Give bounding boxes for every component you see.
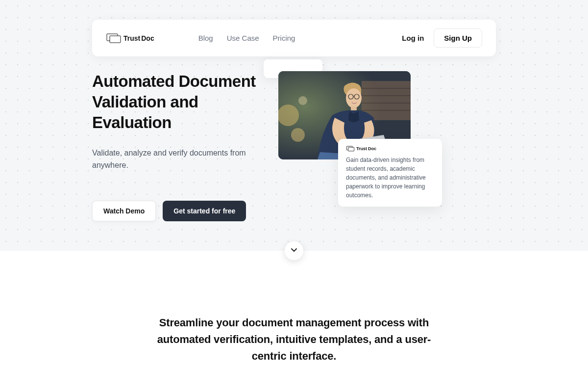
insight-card: Trust Doc Gain data-driven insights from…: [338, 139, 442, 207]
scroll-down-button[interactable]: [285, 241, 303, 260]
svg-point-4: [291, 128, 305, 142]
get-started-button[interactable]: Get started for free: [163, 201, 246, 221]
card-text: Gain data-driven insights from student r…: [346, 156, 434, 200]
svg-point-5: [298, 96, 307, 105]
section-2-title: Streamline your document management proc…: [157, 315, 431, 365]
svg-point-3: [278, 105, 299, 126]
card-logo: Trust Doc: [346, 146, 434, 152]
hero-title: Automated Document Validation and Evalua…: [92, 71, 259, 133]
svg-rect-17: [348, 147, 354, 151]
watch-demo-button[interactable]: Watch Demo: [92, 201, 156, 221]
svg-point-11: [346, 88, 362, 108]
hero-subtitle: Validate, analyze and verify documents f…: [92, 147, 259, 172]
chevron-down-icon: [290, 246, 298, 256]
